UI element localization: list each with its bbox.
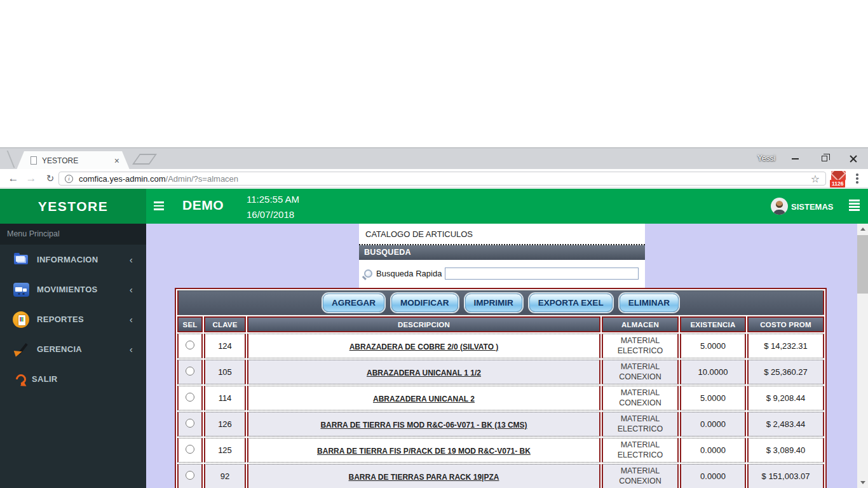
toolbar-button-imprimir[interactable]: IMPRIMIR [465,294,522,312]
row-select-radio[interactable] [186,341,194,349]
article-link[interactable]: ABRAZADERA UNICANAL 1 1/2 [367,369,481,377]
tabstrip-slant-decoration [7,151,20,168]
sidebar-item-gerencia[interactable]: GERENCIA ‹ [0,334,146,364]
article-link[interactable]: BARRA DE TIERRA FIS P/RACK DE 19 MOD R&C… [317,447,531,456]
descripcion-cell: ABRAZADERA UNICANAL 2 [247,386,600,410]
clave-cell: 124 [204,334,246,358]
column-header-almacen: ALMACEN [602,316,679,332]
toolbar-button-modificar[interactable]: MODIFICAR [391,294,458,312]
table-row: 126 BARRA DE TIERRA FIS MOD R&C-06-V071 … [177,412,824,437]
environment-label: DEMO [182,198,224,213]
quick-search-row: Busqueda Rapida [359,260,645,281]
folders-icon [11,251,31,269]
management-icon [11,341,31,358]
report-icon [11,311,31,329]
articles-tbody: 124 ABRAZADERA DE COBRE 2/0 (SILVATO ) M… [177,334,824,488]
existencia-cell: 0.0000 [680,438,746,463]
descripcion-cell: BARRA DE TIERRAS PARA RACK 19|PZA [247,464,600,488]
existencia-cell: 0.0000 [680,412,746,437]
row-select-radio[interactable] [186,445,194,454]
descripcion-cell: ABRAZADERA DE COBRE 2/0 (SILVATO ) [247,334,600,358]
mail-extension-icon[interactable]: 1126 [831,171,848,187]
sidebar: Menu Principal INFORMACION ‹ MOVIMIENTOS… [0,224,146,488]
existencia-cell: 0.0000 [680,464,746,488]
datetime-display: 11:25:55 AM 16/07/2018 [247,192,299,222]
descripcion-cell: BARRA DE TIERRA FIS P/RACK DE 19 MOD R&C… [247,438,600,463]
user-avatar[interactable] [771,198,788,215]
sidebar-section-title: Menu Principal [0,224,146,245]
browser-tab[interactable]: YESTORE × [17,151,130,170]
select-cell [177,334,203,358]
toolbar-button-exporta-exel[interactable]: EXPORTA EXEL [529,294,613,312]
costo-prom-cell: $ 3,089.40 [747,438,824,463]
url-text: comfica.yes-admin.com/Admin/?s=almacen [79,174,238,184]
row-select-radio[interactable] [186,419,194,428]
scrollbar-down-arrow[interactable] [857,477,868,488]
column-header-descripcion: DESCRIPCION [247,316,600,332]
existencia-cell: 5.0000 [680,386,746,410]
article-link[interactable]: BARRA DE TIERRAS PARA RACK 19|PZA [349,473,499,482]
app-header: YESTORE DEMO 11:25:55 AM 16/07/2018 SIST… [0,189,868,224]
url-path: /Admin/?s=almacen [166,174,239,184]
select-cell [177,360,203,384]
column-header-sel: SEL [177,316,203,332]
toolbar-button-eliminar[interactable]: ELIMINAR [620,294,679,312]
article-link[interactable]: ABRAZADERA UNICANAL 2 [373,395,475,403]
select-cell [177,412,203,437]
new-tab-button[interactable] [132,154,157,165]
scrollbar-up-arrow[interactable] [857,224,868,234]
sidebar-item-label: SALIR [32,374,58,384]
almacen-cell: MATERIAL ELECTRICO [602,438,679,463]
address-bar[interactable]: i comfica.yes-admin.com/Admin/?s=almacen… [58,172,826,186]
page-scrollbar[interactable] [857,224,868,488]
forward-button[interactable]: → [23,169,39,187]
mail-badge-count: 1126 [830,180,845,187]
quick-search-input[interactable] [445,268,639,280]
costo-prom-cell: $ 2,483.44 [747,412,824,437]
sidebar-item-movimientos[interactable]: MOVIMIENTOS ‹ [0,274,146,304]
clave-cell: 105 [204,360,246,384]
column-header-costo-prom: COSTO PROM [747,316,824,332]
column-header-existencia: EXISTENCIA [680,316,746,332]
almacen-cell: MATERIAL CONEXION [602,360,679,384]
tab-close-icon[interactable]: × [114,156,119,165]
sidebar-item-salir[interactable]: SALIR [0,364,146,394]
browser-menu-icon[interactable] [856,173,858,185]
row-select-radio[interactable] [186,367,194,376]
reload-button[interactable]: ↻ [42,169,58,187]
bookmark-star-icon[interactable]: ☆ [811,173,820,185]
almacen-cell: MATERIAL ELECTRICO [602,334,679,358]
panel-title: CATALOGO DE ARTICULOS [359,224,645,244]
article-link[interactable]: ABRAZADERA DE COBRE 2/0 (SILVATO ) [349,342,499,351]
catalog-panel: CATALOGO DE ARTICULOS BUSQUEDA Busqueda … [359,224,645,289]
site-info-icon[interactable]: i [65,175,73,183]
minimize-button[interactable] [780,149,810,168]
restore-button[interactable] [810,149,839,168]
sidebar-toggle-icon[interactable] [154,201,164,212]
back-button[interactable]: ← [5,169,22,187]
chevron-left-icon: ‹ [130,254,133,265]
row-select-radio[interactable] [186,471,194,480]
sidebar-item-label: MOVIMIENTOS [37,285,98,294]
costo-prom-cell: $ 151,003.07 [747,464,824,488]
user-name-label[interactable]: SISTEMAS [791,202,833,212]
sidebar-item-informacion[interactable]: INFORMACION ‹ [0,245,146,274]
scrollbar-thumb[interactable] [857,235,868,294]
descripcion-cell: ABRAZADERA UNICANAL 1 1/2 [247,360,600,384]
window-close-button[interactable] [839,149,868,168]
article-link[interactable]: BARRA DE TIERRA FIS MOD R&C-06-V071 - BK… [320,421,527,430]
row-select-radio[interactable] [186,393,194,402]
url-domain: comfica.yes-admin.com [79,174,166,184]
tab-title: YESTORE [42,156,114,165]
browser-toolbar: ← → ↻ i comfica.yes-admin.com/Admin/?s=a… [0,169,868,188]
search-section-header: BUSQUEDA [359,245,645,260]
clave-cell: 92 [204,464,246,488]
sidebar-item-reportes[interactable]: REPORTES ‹ [0,304,146,334]
clave-cell: 125 [204,438,246,463]
toolbar-button-agregar[interactable]: AGREGAR [323,294,384,312]
clave-cell: 126 [204,412,246,437]
control-sidebar-toggle-icon[interactable] [849,200,860,212]
table-header-row: SEL CLAVE DESCRIPCION ALMACEN EXISTENCIA… [177,316,824,332]
browser-profile-name[interactable]: Yessi [757,154,775,163]
toolbar-button-row: AGREGARMODIFICARIMPRIMIREXPORTA EXELELIM… [179,294,823,312]
